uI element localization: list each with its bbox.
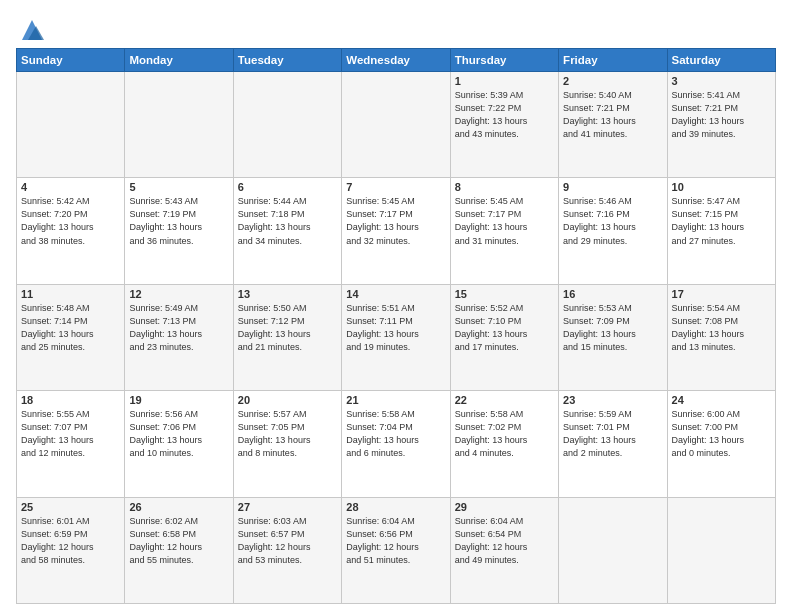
day-number: 13 bbox=[238, 288, 337, 300]
day-number: 8 bbox=[455, 181, 554, 193]
day-info: Sunrise: 6:01 AM Sunset: 6:59 PM Dayligh… bbox=[21, 515, 120, 567]
day-cell bbox=[342, 72, 450, 178]
day-info: Sunrise: 5:41 AM Sunset: 7:21 PM Dayligh… bbox=[672, 89, 771, 141]
day-info: Sunrise: 5:58 AM Sunset: 7:02 PM Dayligh… bbox=[455, 408, 554, 460]
day-info: Sunrise: 5:47 AM Sunset: 7:15 PM Dayligh… bbox=[672, 195, 771, 247]
day-info: Sunrise: 6:04 AM Sunset: 6:54 PM Dayligh… bbox=[455, 515, 554, 567]
day-info: Sunrise: 5:58 AM Sunset: 7:04 PM Dayligh… bbox=[346, 408, 445, 460]
day-cell: 6Sunrise: 5:44 AM Sunset: 7:18 PM Daylig… bbox=[233, 178, 341, 284]
day-info: Sunrise: 5:43 AM Sunset: 7:19 PM Dayligh… bbox=[129, 195, 228, 247]
day-info: Sunrise: 6:04 AM Sunset: 6:56 PM Dayligh… bbox=[346, 515, 445, 567]
week-row-3: 11Sunrise: 5:48 AM Sunset: 7:14 PM Dayli… bbox=[17, 284, 776, 390]
day-cell: 29Sunrise: 6:04 AM Sunset: 6:54 PM Dayli… bbox=[450, 497, 558, 603]
day-number: 9 bbox=[563, 181, 662, 193]
day-number: 19 bbox=[129, 394, 228, 406]
weekday-header-monday: Monday bbox=[125, 49, 233, 72]
day-cell: 17Sunrise: 5:54 AM Sunset: 7:08 PM Dayli… bbox=[667, 284, 775, 390]
day-cell bbox=[233, 72, 341, 178]
weekday-header-friday: Friday bbox=[559, 49, 667, 72]
week-row-2: 4Sunrise: 5:42 AM Sunset: 7:20 PM Daylig… bbox=[17, 178, 776, 284]
day-cell: 12Sunrise: 5:49 AM Sunset: 7:13 PM Dayli… bbox=[125, 284, 233, 390]
day-number: 18 bbox=[21, 394, 120, 406]
day-cell: 22Sunrise: 5:58 AM Sunset: 7:02 PM Dayli… bbox=[450, 391, 558, 497]
day-info: Sunrise: 5:54 AM Sunset: 7:08 PM Dayligh… bbox=[672, 302, 771, 354]
day-number: 22 bbox=[455, 394, 554, 406]
day-cell: 23Sunrise: 5:59 AM Sunset: 7:01 PM Dayli… bbox=[559, 391, 667, 497]
day-cell: 2Sunrise: 5:40 AM Sunset: 7:21 PM Daylig… bbox=[559, 72, 667, 178]
day-info: Sunrise: 5:59 AM Sunset: 7:01 PM Dayligh… bbox=[563, 408, 662, 460]
day-number: 3 bbox=[672, 75, 771, 87]
day-info: Sunrise: 5:40 AM Sunset: 7:21 PM Dayligh… bbox=[563, 89, 662, 141]
day-number: 20 bbox=[238, 394, 337, 406]
day-info: Sunrise: 6:03 AM Sunset: 6:57 PM Dayligh… bbox=[238, 515, 337, 567]
day-cell: 26Sunrise: 6:02 AM Sunset: 6:58 PM Dayli… bbox=[125, 497, 233, 603]
day-cell: 10Sunrise: 5:47 AM Sunset: 7:15 PM Dayli… bbox=[667, 178, 775, 284]
day-info: Sunrise: 5:45 AM Sunset: 7:17 PM Dayligh… bbox=[455, 195, 554, 247]
day-cell: 14Sunrise: 5:51 AM Sunset: 7:11 PM Dayli… bbox=[342, 284, 450, 390]
day-number: 6 bbox=[238, 181, 337, 193]
week-row-5: 25Sunrise: 6:01 AM Sunset: 6:59 PM Dayli… bbox=[17, 497, 776, 603]
day-number: 7 bbox=[346, 181, 445, 193]
day-number: 1 bbox=[455, 75, 554, 87]
day-number: 14 bbox=[346, 288, 445, 300]
day-number: 10 bbox=[672, 181, 771, 193]
day-info: Sunrise: 5:57 AM Sunset: 7:05 PM Dayligh… bbox=[238, 408, 337, 460]
day-info: Sunrise: 5:46 AM Sunset: 7:16 PM Dayligh… bbox=[563, 195, 662, 247]
weekday-header-wednesday: Wednesday bbox=[342, 49, 450, 72]
day-info: Sunrise: 5:55 AM Sunset: 7:07 PM Dayligh… bbox=[21, 408, 120, 460]
day-cell bbox=[559, 497, 667, 603]
day-number: 29 bbox=[455, 501, 554, 513]
day-cell: 4Sunrise: 5:42 AM Sunset: 7:20 PM Daylig… bbox=[17, 178, 125, 284]
day-info: Sunrise: 5:53 AM Sunset: 7:09 PM Dayligh… bbox=[563, 302, 662, 354]
day-cell: 1Sunrise: 5:39 AM Sunset: 7:22 PM Daylig… bbox=[450, 72, 558, 178]
weekday-header-thursday: Thursday bbox=[450, 49, 558, 72]
day-number: 12 bbox=[129, 288, 228, 300]
weekday-header-saturday: Saturday bbox=[667, 49, 775, 72]
calendar-table: SundayMondayTuesdayWednesdayThursdayFrid… bbox=[16, 48, 776, 604]
day-cell: 18Sunrise: 5:55 AM Sunset: 7:07 PM Dayli… bbox=[17, 391, 125, 497]
day-cell: 16Sunrise: 5:53 AM Sunset: 7:09 PM Dayli… bbox=[559, 284, 667, 390]
day-cell: 28Sunrise: 6:04 AM Sunset: 6:56 PM Dayli… bbox=[342, 497, 450, 603]
day-number: 4 bbox=[21, 181, 120, 193]
day-number: 25 bbox=[21, 501, 120, 513]
page: SundayMondayTuesdayWednesdayThursdayFrid… bbox=[0, 0, 792, 612]
day-info: Sunrise: 5:50 AM Sunset: 7:12 PM Dayligh… bbox=[238, 302, 337, 354]
day-info: Sunrise: 5:48 AM Sunset: 7:14 PM Dayligh… bbox=[21, 302, 120, 354]
weekday-header-sunday: Sunday bbox=[17, 49, 125, 72]
day-number: 21 bbox=[346, 394, 445, 406]
day-info: Sunrise: 5:42 AM Sunset: 7:20 PM Dayligh… bbox=[21, 195, 120, 247]
day-info: Sunrise: 5:44 AM Sunset: 7:18 PM Dayligh… bbox=[238, 195, 337, 247]
day-number: 2 bbox=[563, 75, 662, 87]
day-number: 16 bbox=[563, 288, 662, 300]
day-number: 23 bbox=[563, 394, 662, 406]
day-info: Sunrise: 5:52 AM Sunset: 7:10 PM Dayligh… bbox=[455, 302, 554, 354]
day-number: 28 bbox=[346, 501, 445, 513]
day-info: Sunrise: 6:02 AM Sunset: 6:58 PM Dayligh… bbox=[129, 515, 228, 567]
day-cell: 9Sunrise: 5:46 AM Sunset: 7:16 PM Daylig… bbox=[559, 178, 667, 284]
logo-icon bbox=[18, 16, 46, 44]
logo bbox=[16, 16, 46, 44]
day-cell: 27Sunrise: 6:03 AM Sunset: 6:57 PM Dayli… bbox=[233, 497, 341, 603]
header-area bbox=[16, 12, 776, 44]
day-info: Sunrise: 5:45 AM Sunset: 7:17 PM Dayligh… bbox=[346, 195, 445, 247]
day-cell: 19Sunrise: 5:56 AM Sunset: 7:06 PM Dayli… bbox=[125, 391, 233, 497]
day-cell bbox=[667, 497, 775, 603]
day-cell: 5Sunrise: 5:43 AM Sunset: 7:19 PM Daylig… bbox=[125, 178, 233, 284]
day-cell: 7Sunrise: 5:45 AM Sunset: 7:17 PM Daylig… bbox=[342, 178, 450, 284]
day-cell: 21Sunrise: 5:58 AM Sunset: 7:04 PM Dayli… bbox=[342, 391, 450, 497]
week-row-1: 1Sunrise: 5:39 AM Sunset: 7:22 PM Daylig… bbox=[17, 72, 776, 178]
day-cell: 15Sunrise: 5:52 AM Sunset: 7:10 PM Dayli… bbox=[450, 284, 558, 390]
day-info: Sunrise: 5:51 AM Sunset: 7:11 PM Dayligh… bbox=[346, 302, 445, 354]
day-cell bbox=[125, 72, 233, 178]
day-cell: 3Sunrise: 5:41 AM Sunset: 7:21 PM Daylig… bbox=[667, 72, 775, 178]
week-row-4: 18Sunrise: 5:55 AM Sunset: 7:07 PM Dayli… bbox=[17, 391, 776, 497]
day-number: 27 bbox=[238, 501, 337, 513]
day-cell: 24Sunrise: 6:00 AM Sunset: 7:00 PM Dayli… bbox=[667, 391, 775, 497]
day-cell bbox=[17, 72, 125, 178]
day-cell: 20Sunrise: 5:57 AM Sunset: 7:05 PM Dayli… bbox=[233, 391, 341, 497]
day-info: Sunrise: 6:00 AM Sunset: 7:00 PM Dayligh… bbox=[672, 408, 771, 460]
day-number: 17 bbox=[672, 288, 771, 300]
day-number: 11 bbox=[21, 288, 120, 300]
day-number: 5 bbox=[129, 181, 228, 193]
day-cell: 8Sunrise: 5:45 AM Sunset: 7:17 PM Daylig… bbox=[450, 178, 558, 284]
